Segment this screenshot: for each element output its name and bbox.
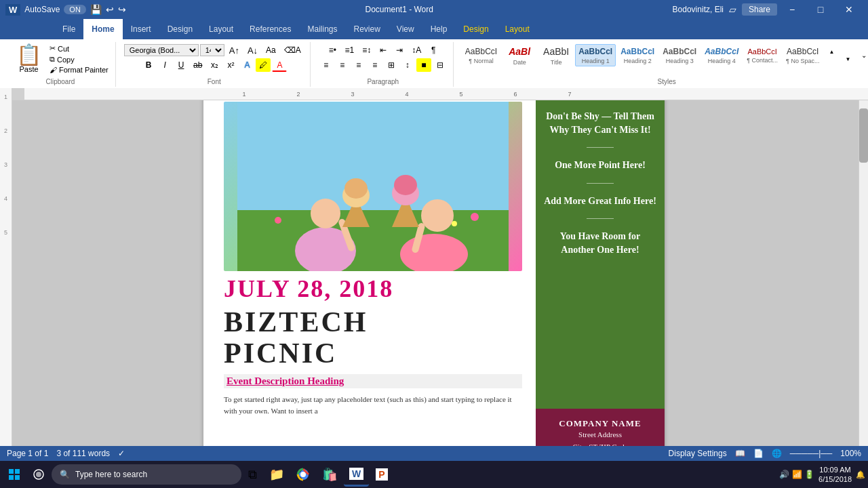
- strikethrough-btn[interactable]: ab: [190, 58, 205, 72]
- tab-insert[interactable]: Insert: [123, 19, 159, 39]
- tab-layout[interactable]: Layout: [201, 19, 241, 39]
- decrease-indent-btn[interactable]: ⇤: [376, 43, 391, 57]
- tab-table-design[interactable]: Design: [455, 19, 496, 39]
- subscript-btn[interactable]: x₂: [207, 58, 222, 72]
- store-btn[interactable]: 🛍️: [317, 462, 342, 487]
- tab-mailings[interactable]: Mailings: [299, 19, 345, 39]
- style-heading1[interactable]: AaBbCcI Heading 1: [575, 44, 616, 66]
- styles-scroll-down[interactable]: ▼: [840, 53, 855, 66]
- style-normal[interactable]: AaBbCcI ¶ Normal: [462, 44, 500, 66]
- paragraph-label: Paragraph: [367, 77, 399, 85]
- taskbar-search[interactable]: 🔍 Type here to search: [52, 464, 241, 485]
- notification-btn[interactable]: 🔔: [856, 470, 865, 479]
- shading-btn[interactable]: ■: [416, 58, 431, 72]
- borders-btn[interactable]: ⊟: [433, 58, 448, 72]
- copy-btn[interactable]: ⧉Copy: [48, 54, 110, 64]
- event-desc-heading[interactable]: Event Description Heading: [224, 374, 522, 388]
- clock: 10:09 AM 6/15/2018: [818, 465, 852, 485]
- format-painter-btn[interactable]: 🖌Format Painter: [48, 65, 110, 75]
- increase-indent-btn[interactable]: ⇥: [392, 43, 407, 57]
- bullet-list-btn[interactable]: ≡•: [325, 43, 340, 57]
- font-size-select[interactable]: 14: [200, 44, 224, 56]
- user-name: Bodovinitz, Eli: [673, 5, 724, 14]
- tab-review[interactable]: Review: [345, 19, 388, 39]
- font-color-btn[interactable]: A: [272, 58, 287, 72]
- close-btn[interactable]: ✕: [835, 0, 863, 19]
- line-spacing-btn[interactable]: ↕: [400, 58, 415, 72]
- redo-btn[interactable]: ↪: [118, 4, 126, 15]
- view-icon-web[interactable]: 🌐: [772, 449, 782, 458]
- undo-btn[interactable]: ↩: [106, 4, 114, 15]
- ribbon-collapse-btn[interactable]: ▱: [725, 4, 741, 15]
- styles-scroll-up[interactable]: ▲: [824, 45, 839, 58]
- word-app-btn[interactable]: W: [344, 462, 369, 487]
- justify-btn[interactable]: ≡: [368, 58, 382, 72]
- share-btn[interactable]: Share: [742, 3, 777, 16]
- tab-home[interactable]: Home: [83, 19, 122, 39]
- tab-references[interactable]: References: [241, 19, 299, 39]
- title-bar-right: Bodovinitz, Eli ▱ Share − □ ✕: [673, 0, 863, 19]
- chrome-btn[interactable]: [291, 462, 315, 487]
- style-heading4[interactable]: AaBbCcI Heading 4: [701, 44, 742, 66]
- sidebar-block-3[interactable]: Add More Great Info Here!: [544, 186, 656, 216]
- cut-btn[interactable]: ✂Cut: [48, 43, 110, 54]
- cortana-btn[interactable]: [27, 462, 50, 487]
- save-icon[interactable]: 💾: [90, 4, 102, 15]
- style-contact[interactable]: AaBbCcI ¶ Contact...: [743, 45, 781, 66]
- svg-point-22: [36, 472, 41, 477]
- sidebar-divider-3: [587, 218, 614, 219]
- paste-btn[interactable]: 📋 Paste: [11, 43, 47, 75]
- proof-icon[interactable]: ✓: [118, 449, 125, 458]
- minimize-btn[interactable]: −: [778, 0, 806, 19]
- column-btn[interactable]: ⊞: [384, 58, 399, 72]
- sidebar-block-4[interactable]: You Have Room for Another One Here!: [544, 222, 656, 264]
- style-date[interactable]: AaBl Date: [502, 43, 537, 68]
- maximize-btn[interactable]: □: [807, 0, 834, 19]
- autosave-toggle[interactable]: ON: [64, 5, 86, 14]
- style-title[interactable]: AaBbI Title: [538, 43, 574, 68]
- tab-file[interactable]: File: [54, 19, 83, 39]
- multilevel-list-btn[interactable]: ≡↕: [359, 43, 374, 57]
- style-no-space[interactable]: AaBbCcI ¶ No Spac...: [783, 44, 823, 66]
- underline-btn[interactable]: U: [174, 58, 189, 72]
- event-desc-text[interactable]: To get started right away, just tap any …: [224, 394, 522, 416]
- clear-format-btn[interactable]: ⌫A: [281, 43, 304, 57]
- task-view-btn[interactable]: ⧉: [243, 462, 262, 487]
- svg-point-24: [300, 472, 306, 477]
- align-right-btn[interactable]: ≡: [351, 58, 366, 72]
- tab-view[interactable]: View: [389, 19, 422, 39]
- text-effect-btn[interactable]: A: [239, 58, 254, 72]
- sidebar-block-1[interactable]: Don't Be Shy — Tell Them Why They Can't …: [544, 102, 656, 144]
- view-icon-read[interactable]: 📖: [735, 449, 745, 458]
- zoom-slider[interactable]: ─────|──: [790, 449, 833, 458]
- grow-font-btn[interactable]: A↑: [226, 43, 243, 57]
- start-btn[interactable]: [3, 462, 26, 487]
- style-heading2[interactable]: AaBbCcI Heading 2: [617, 44, 658, 66]
- tab-design[interactable]: Design: [159, 19, 201, 39]
- number-list-btn[interactable]: ≡1: [341, 43, 357, 57]
- text-highlight-btn[interactable]: 🖊: [256, 58, 271, 72]
- styles-expand[interactable]: ⌄: [856, 49, 868, 62]
- italic-btn[interactable]: I: [157, 58, 172, 72]
- scroll-thumb[interactable]: [859, 108, 868, 163]
- powerpoint-btn[interactable]: P: [370, 462, 393, 487]
- style-heading3[interactable]: AaBbCcI Heading 3: [659, 44, 700, 66]
- tab-table-layout[interactable]: Layout: [497, 19, 538, 39]
- sidebar-block-2[interactable]: One More Point Here!: [555, 150, 646, 180]
- change-case-btn[interactable]: Aa: [262, 43, 279, 57]
- svg-point-3: [311, 199, 340, 228]
- para-bottom-row: ≡ ≡ ≡ ≡ ⊞ ↕ ■ ⊟: [319, 58, 448, 72]
- display-settings-btn[interactable]: Display Settings: [669, 449, 727, 458]
- file-explorer-btn[interactable]: 📁: [264, 462, 290, 487]
- scrollbar[interactable]: [859, 88, 868, 446]
- align-left-btn[interactable]: ≡: [319, 58, 334, 72]
- font-name-select[interactable]: Georgia (Bod...: [124, 44, 199, 56]
- bold-btn[interactable]: B: [141, 58, 156, 72]
- sort-btn[interactable]: ↕A: [408, 43, 425, 57]
- superscript-btn[interactable]: x²: [223, 58, 238, 72]
- align-center-btn[interactable]: ≡: [335, 58, 350, 72]
- tab-help[interactable]: Help: [422, 19, 456, 39]
- shrink-font-btn[interactable]: A↓: [244, 43, 261, 57]
- view-icon-print[interactable]: 📄: [753, 449, 764, 458]
- show-hide-btn[interactable]: ¶: [426, 43, 441, 57]
